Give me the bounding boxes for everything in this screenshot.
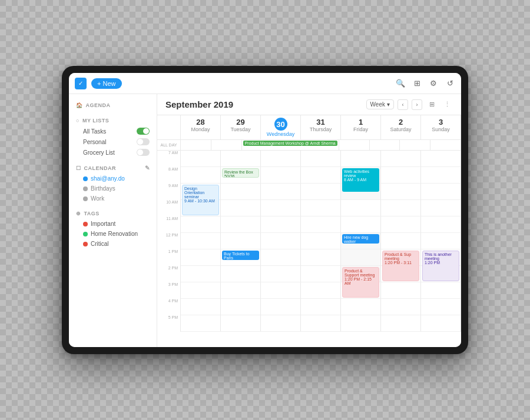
cell-sat-1[interactable]: Product & Sup meeting1:20 PM - 3:11 (381, 249, 421, 266)
cell-mon-4[interactable] (181, 299, 221, 315)
event-web-activities[interactable]: Web activities review8 AM - 9 AM (342, 168, 379, 192)
cell-sat-9[interactable] (381, 184, 421, 200)
cell-mon-5[interactable] (181, 315, 221, 332)
cell-sat-8[interactable] (381, 167, 421, 184)
calendar-item-shai[interactable]: shai@any.do (69, 174, 157, 184)
cell-thu-8[interactable] (301, 167, 341, 184)
grid-icon[interactable]: ⊞ (426, 99, 438, 111)
settings-icon[interactable]: ⚙ (428, 78, 439, 89)
cell-tue-3[interactable] (221, 282, 261, 299)
search-icon[interactable]: 🔍 (395, 78, 406, 89)
calendar-item-birthdays[interactable]: Birthdays (69, 184, 157, 194)
cell-thu-1[interactable] (301, 249, 341, 266)
cell-sun-1[interactable]: This is another meeting1:20 PM (421, 249, 461, 266)
cell-sat-4[interactable] (381, 299, 421, 315)
event-hire-dog-walker[interactable]: Hire new dog walker (342, 234, 379, 244)
all-tasks-toggle[interactable] (137, 128, 150, 135)
cell-sun-4[interactable] (421, 299, 461, 315)
event-another-meeting[interactable]: This is another meeting1:20 PM (422, 251, 459, 281)
tag-critical[interactable]: Critical (69, 239, 157, 249)
cell-mon-3[interactable] (181, 282, 221, 299)
cell-mon-11[interactable] (181, 216, 221, 233)
cell-fri-2[interactable]: Product & Support meeting1:20 PM - 2:15 … (341, 266, 381, 282)
cell-wed-10[interactable] (261, 200, 301, 216)
cell-wed-4[interactable] (261, 299, 301, 315)
calendar-item-work[interactable]: Work (69, 194, 157, 204)
cell-sat-3[interactable] (381, 282, 421, 299)
cell-fri-4[interactable] (341, 299, 381, 315)
week-selector[interactable]: Week ▾ (366, 99, 394, 109)
cell-fri-5[interactable] (341, 315, 381, 332)
columns-icon[interactable]: ⊞ (412, 78, 422, 89)
cell-thu-7[interactable] (301, 151, 341, 167)
cell-sat-5[interactable] (381, 315, 421, 332)
cell-thu-11[interactable] (301, 216, 341, 233)
edit-icon[interactable]: ✎ (145, 165, 150, 171)
cell-thu-5[interactable] (301, 315, 341, 332)
cell-tue-9[interactable] (221, 184, 261, 200)
cell-sat-12[interactable] (381, 233, 421, 249)
cell-mon-7[interactable] (181, 151, 221, 167)
cell-fri-12[interactable]: Hire new dog walker (341, 233, 381, 249)
cell-tue-11[interactable] (221, 216, 261, 233)
grocery-toggle[interactable] (137, 149, 150, 156)
cell-tue-8[interactable]: Review the Box 50/36 (221, 167, 261, 184)
event-buy-tickets[interactable]: Buy Tickets to Paris (222, 251, 259, 260)
sidebar-item-personal[interactable]: Personal (69, 136, 157, 147)
cell-wed-2[interactable] (261, 266, 301, 282)
cell-thu-4[interactable] (301, 299, 341, 315)
event-design-orientation[interactable]: Design Orientation seminar9 AM - 10:30 A… (182, 185, 219, 215)
cell-fri-10[interactable] (341, 200, 381, 216)
cell-tue-4[interactable] (221, 299, 261, 315)
tag-home-renovation[interactable]: Home Renovation (69, 229, 157, 239)
tag-important[interactable]: Important (69, 219, 157, 229)
cell-wed-8[interactable] (261, 167, 301, 184)
cell-thu-2[interactable] (301, 266, 341, 282)
cell-sun-11[interactable] (421, 216, 461, 233)
cell-fri-7[interactable] (341, 151, 381, 167)
cell-tue-5[interactable] (221, 315, 261, 332)
more-icon[interactable]: ⋮ (441, 99, 453, 111)
personal-toggle[interactable] (137, 138, 150, 145)
cell-mon-1[interactable] (181, 249, 221, 266)
cell-mon-8[interactable] (181, 167, 221, 184)
cell-thu-3[interactable] (301, 282, 341, 299)
cell-fri-11[interactable] (341, 216, 381, 233)
nav-prev[interactable]: ‹ (398, 99, 408, 110)
cell-tue-12[interactable] (221, 233, 261, 249)
cell-tue-7[interactable] (221, 151, 261, 167)
cell-thu-12[interactable] (301, 233, 341, 249)
event-review-box[interactable]: Review the Box 50/36 (222, 168, 259, 178)
cell-sun-8[interactable] (421, 167, 461, 184)
cell-fri-8[interactable]: Web activities review8 AM - 9 AM (341, 167, 381, 184)
cell-wed-7[interactable] (261, 151, 301, 167)
cell-sun-10[interactable] (421, 200, 461, 216)
cell-wed-11[interactable] (261, 216, 301, 233)
cell-wed-3[interactable] (261, 282, 301, 299)
cell-sun-12[interactable] (421, 233, 461, 249)
event-product-support-fri[interactable]: Product & Support meeting1:20 PM - 2:15 … (342, 267, 379, 298)
cell-thu-9[interactable] (301, 184, 341, 200)
cell-sun-7[interactable] (421, 151, 461, 167)
cell-mon-12[interactable] (181, 233, 221, 249)
cell-sat-11[interactable] (381, 216, 421, 233)
refresh-icon[interactable]: ↺ (445, 78, 455, 89)
cell-tue-2[interactable] (221, 266, 261, 282)
cell-sun-5[interactable] (421, 315, 461, 332)
cell-fri-1[interactable] (341, 249, 381, 266)
new-button[interactable]: + New (91, 78, 122, 89)
cell-sun-3[interactable] (421, 282, 461, 299)
cell-wed-12[interactable] (261, 233, 301, 249)
nav-next[interactable]: › (412, 99, 422, 110)
cell-thu-10[interactable] (301, 200, 341, 216)
cell-mon-2[interactable] (181, 266, 221, 282)
sidebar-item-grocery[interactable]: Grocery List (69, 147, 157, 158)
cell-sat-7[interactable] (381, 151, 421, 167)
cell-sun-9[interactable] (421, 184, 461, 200)
cell-wed-1[interactable] (261, 249, 301, 266)
cell-mon-9[interactable]: Design Orientation seminar9 AM - 10:30 A… (181, 184, 221, 200)
cell-wed-5[interactable] (261, 315, 301, 332)
event-product-support-sat[interactable]: Product & Sup meeting1:20 PM - 3:11 (382, 251, 419, 281)
cell-wed-9[interactable] (261, 184, 301, 200)
sidebar-item-all-tasks[interactable]: All Tasks (69, 126, 157, 136)
